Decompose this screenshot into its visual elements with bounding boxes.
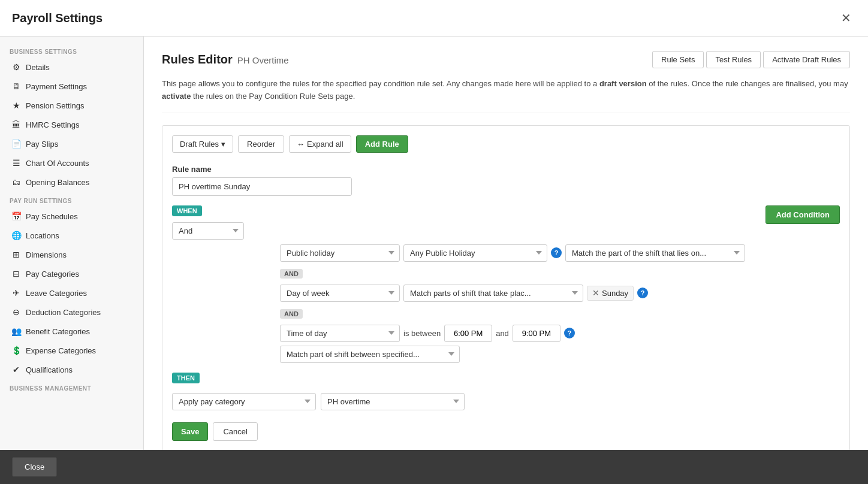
page-title-area: Rules Editor PH Overtime (162, 53, 289, 66)
sidebar-item-chart-of-accounts[interactable]: ☰ Chart Of Accounts (0, 153, 143, 173)
qual-icon: ✔ (11, 365, 21, 374)
info-bold-2: activate (162, 92, 191, 101)
tag-label: Sunday (602, 289, 628, 298)
sidebar-item-pay-slips[interactable]: 📄 Pay Slips (0, 134, 143, 153)
sunday-tag: ✕ Sunday (587, 286, 634, 301)
sidebar-item-label: Pay Slips (26, 140, 58, 149)
hmrc-icon: 🏛 (11, 120, 21, 129)
sidebar-item-details[interactable]: ⚙ Details (0, 58, 143, 77)
then-badge: THEN (172, 373, 200, 383)
apply-pay-category-select[interactable]: Apply pay category (172, 393, 316, 410)
sidebar-item-opening-balances[interactable]: 🗂 Opening Balances (0, 173, 143, 192)
condition3-type-select[interactable]: Time of day (280, 325, 400, 342)
condition1-help-icon[interactable]: ? (551, 247, 562, 258)
time-to-input[interactable] (513, 325, 560, 342)
test-rules-button[interactable]: Test Rules (706, 51, 761, 68)
and-section-1: AND (280, 265, 840, 282)
sidebar-item-label: Pay Categories (26, 270, 79, 279)
rule-name-label: Rule name (172, 165, 840, 174)
sidebar-item-qualifications[interactable]: ✔ Qualifications (0, 360, 143, 379)
cancel-button[interactable]: Cancel (213, 422, 257, 441)
save-button[interactable]: Save (172, 422, 208, 441)
time-from-input[interactable] (444, 325, 492, 342)
sidebar-item-locations[interactable]: 🌐 Locations (0, 226, 143, 245)
sidebar-item-leave-categories[interactable]: ✈ Leave Categories (0, 283, 143, 302)
and-connector-row: And (172, 222, 840, 240)
expand-all-button[interactable]: ↔ Expand all (289, 135, 351, 153)
sidebar-item-expense-categories[interactable]: 💲 Expense Categories (0, 341, 143, 360)
info-text-3: the rules on the Pay Condition Rule Sets… (191, 92, 355, 101)
activate-draft-rules-button[interactable]: Activate Draft Rules (763, 51, 850, 68)
expand-label: Expand all (307, 140, 343, 149)
tag-remove-icon[interactable]: ✕ (592, 289, 599, 297)
sidebar-item-dimensions[interactable]: ⊞ Dimensions (0, 245, 143, 264)
sidebar-item-hmrc-settings[interactable]: 🏛 HMRC Settings (0, 115, 143, 134)
balances-icon: 🗂 (11, 177, 21, 187)
sidebar-item-label: HMRC Settings (26, 120, 80, 129)
modal-close-button[interactable]: ✕ (836, 8, 856, 28)
chart-icon: ☰ (11, 158, 21, 168)
sidebar-item-pension-settings[interactable]: ★ Pension Settings (0, 96, 143, 115)
when-section: WHEN Add Condition And Public holiday (172, 205, 840, 363)
condition2-type-select[interactable]: Day of week (280, 285, 400, 302)
sidebar-item-label: Payment Settings (26, 82, 87, 91)
sidebar-item-label: Leave Categories (26, 289, 87, 298)
location-icon: 🌐 (11, 231, 21, 240)
ph-overtime-select[interactable]: PH overtime (321, 393, 465, 410)
page-header: Rules Editor PH Overtime Rule Sets Test … (162, 51, 850, 68)
header-buttons: Rule Sets Test Rules Activate Draft Rule… (652, 51, 850, 68)
draft-rules-label: Draft Rules (180, 140, 219, 149)
sidebar-section-business: BUSINESS SETTINGS (0, 43, 143, 58)
footer-close-button[interactable]: Close (12, 457, 57, 477)
action-buttons: Save Cancel (172, 422, 840, 441)
add-rule-button[interactable]: Add Rule (356, 135, 408, 153)
sidebar-item-deduction-categories[interactable]: ⊖ Deduction Categories (0, 302, 143, 322)
sidebar-item-label: Locations (26, 231, 59, 240)
condition1-value-select[interactable]: Any Public Holiday (403, 244, 547, 262)
leave-icon: ✈ (11, 288, 21, 298)
sidebar-item-benefit-categories[interactable]: 👥 Benefit Categories (0, 322, 143, 341)
rule-name-section: Rule name (172, 165, 840, 196)
then-row: Apply pay category PH overtime (172, 393, 840, 410)
add-condition-button[interactable]: Add Condition (765, 205, 840, 224)
condition3-match-select[interactable]: Match part of shift between specified... (280, 346, 460, 363)
payment-icon: 🖥 (11, 81, 21, 91)
sidebar-item-label: Expense Categories (26, 346, 96, 355)
sidebar-item-label: Opening Balances (26, 178, 89, 187)
reorder-button[interactable]: Reorder (238, 135, 284, 153)
payslips-icon: 📄 (11, 139, 21, 149)
then-section: THEN Apply pay category PH overtime (172, 373, 840, 410)
rule-sets-button[interactable]: Rule Sets (652, 51, 704, 68)
sidebar-item-label: Pay Schedules (26, 212, 78, 221)
rule-name-input[interactable] (172, 177, 352, 196)
sidebar-item-payment-settings[interactable]: 🖥 Payment Settings (0, 77, 143, 96)
condition1-type-select[interactable]: Public holiday (280, 244, 400, 262)
sidebar-item-label: Dimensions (26, 250, 67, 259)
condition2-value-select[interactable]: Match parts of shift that take plac... (403, 285, 583, 302)
sidebar-section-business-mgmt: BUSINESS MANAGEMENT (0, 379, 143, 394)
sidebar-item-label: Qualifications (26, 365, 73, 374)
draft-rules-button[interactable]: Draft Rules ▾ (172, 135, 233, 153)
benefit-icon: 👥 (11, 326, 21, 336)
condition1-match-select[interactable]: Match the part of the shift that lies on… (565, 244, 745, 262)
sidebar-item-label: Chart Of Accounts (26, 159, 89, 168)
and-badge-1: AND (280, 269, 303, 279)
condition-row-3: Time of day is between and ? (280, 325, 840, 342)
info-bold-1: draft version (599, 79, 647, 88)
sidebar-item-pay-schedules[interactable]: 📅 Pay Schedules (0, 207, 143, 226)
pension-icon: ★ (11, 101, 21, 110)
expense-icon: 💲 (11, 346, 21, 355)
main-content: Rules Editor PH Overtime Rule Sets Test … (144, 37, 868, 450)
and-connector-select[interactable]: And (172, 222, 244, 240)
and-label: and (496, 329, 509, 338)
sidebar-item-label: Details (26, 63, 50, 72)
condition-row-1: Public holiday Any Public Holiday ? Matc… (280, 244, 840, 262)
paycats-icon: ⊟ (11, 269, 21, 279)
sidebar-item-label: Benefit Categories (26, 327, 90, 336)
sidebar-item-pay-categories[interactable]: ⊟ Pay Categories (0, 264, 143, 283)
condition3-help-icon[interactable]: ? (564, 328, 575, 338)
conditions-indent: Public holiday Any Public Holiday ? Matc… (172, 244, 840, 363)
sidebar-item-label: Deduction Categories (26, 308, 101, 317)
when-badge: WHEN (172, 205, 202, 216)
condition2-help-icon[interactable]: ? (637, 288, 648, 298)
